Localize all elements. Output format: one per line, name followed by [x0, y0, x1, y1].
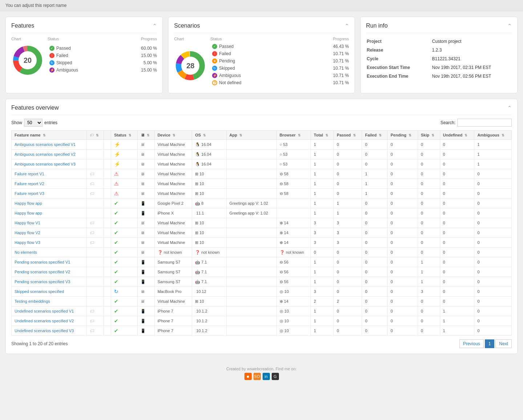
col-tag2[interactable]	[104, 131, 111, 140]
feature-link[interactable]: Happy flow app	[15, 201, 42, 205]
feature-link[interactable]: Undefined scenarios specified V3	[15, 329, 74, 333]
cell-feature-name[interactable]: Ambiguous scenarios specified V1	[12, 140, 87, 150]
feature-link[interactable]: No elements	[15, 250, 37, 254]
feature-link[interactable]: Failure report V3	[15, 191, 44, 196]
rss-icon[interactable]: ■	[244, 373, 252, 380]
cell-failed: 1	[362, 189, 388, 199]
col-device-type[interactable]: 🖥 ⇅	[137, 131, 154, 140]
feature-link[interactable]: Failure report V2	[15, 182, 44, 186]
cell-skip: 0	[418, 189, 440, 199]
cell-feature-name[interactable]: Happy flow V3	[12, 238, 87, 248]
cell-feature-name[interactable]: Undefined scenarios specified V1	[12, 306, 87, 316]
cell-failed: 0	[362, 150, 388, 159]
col-ambiguous[interactable]: Ambiguous ⇅	[474, 131, 512, 140]
runinfo-card: Run info ⌃ Project Custom project Releas…	[360, 17, 518, 93]
cell-feature-name[interactable]: Ambiguous scenarios specified V2	[12, 150, 87, 159]
cell-undefined: 1	[440, 316, 474, 326]
cell-feature-name[interactable]: Happy flow V1	[12, 218, 87, 228]
cell-feature-name[interactable]: Happy flow app	[12, 199, 87, 208]
col-skip[interactable]: Skip ⇅	[418, 131, 440, 140]
cell-feature-name[interactable]: Testing embeddings	[12, 297, 87, 306]
table-body: Ambiguous scenarios specified V1 ⚡ 🖥 Vir…	[12, 140, 512, 336]
feature-link[interactable]: Pending scenarios specified V1	[15, 260, 70, 264]
feature-link[interactable]: Pending scenarios specified V2	[15, 270, 70, 274]
cell-skip: 0	[418, 179, 440, 189]
cell-device-type: 🖥	[137, 189, 154, 199]
feature-link[interactable]: Skipped scenarios specified	[15, 289, 64, 294]
runinfo-collapse-icon[interactable]: ⌃	[507, 23, 512, 29]
scenarios-collapse-icon[interactable]: ⌃	[345, 23, 349, 29]
table-head: Feature name ⇅ 🏷 ⇅ Status ⇅ 🖥 ⇅ Device ⇅…	[12, 131, 512, 140]
col-undefined[interactable]: Undefined ⇅	[440, 131, 474, 140]
cell-os: ⊞10	[192, 228, 226, 238]
feature-link[interactable]: Happy flow V3	[15, 240, 40, 245]
cell-skip: 1	[418, 277, 440, 287]
github-icon[interactable]: G	[272, 373, 279, 380]
cell-feature-name[interactable]: Pending scenarios specified V2	[12, 267, 87, 277]
cell-feature-name[interactable]: Failure report V2	[12, 179, 87, 189]
cell-device-type: 📱	[137, 257, 154, 267]
feature-link[interactable]: Testing embeddings	[15, 299, 50, 303]
feature-link[interactable]: Undefined scenarios specified V1	[15, 309, 74, 313]
col-feature-name[interactable]: Feature name ⇅	[12, 131, 87, 140]
cell-feature-name[interactable]: Pending scenarios specified V1	[12, 257, 87, 267]
cell-feature-name[interactable]: Skipped scenarios specified	[12, 287, 87, 297]
cell-feature-name[interactable]: Happy flow V2	[12, 228, 87, 238]
cell-device: Virtual Machine	[154, 189, 192, 199]
passed-dot: ✓	[49, 46, 54, 51]
cell-feature-name[interactable]: Undefined scenarios specified V2	[12, 316, 87, 326]
prev-button[interactable]: Previous	[459, 339, 484, 348]
feature-link[interactable]: Happy flow V1	[15, 221, 40, 225]
cell-app	[226, 238, 276, 248]
cell-feature-name[interactable]: No elements	[12, 248, 87, 257]
cell-feature-name[interactable]: Failure report V3	[12, 189, 87, 199]
col-status[interactable]: Status ⇅	[111, 131, 137, 140]
feature-link[interactable]: Ambiguous scenarios specified V2	[15, 152, 76, 156]
table-footer: Showing 1 to 20 of 20 entries Previous 1…	[11, 339, 512, 348]
cell-feature-name[interactable]: Ambiguous scenarios specified V3	[12, 159, 87, 169]
cell-total: 1	[311, 140, 334, 150]
cell-passed: 0	[334, 159, 362, 169]
cell-status: ✔	[111, 248, 137, 257]
features-overview-header: Features overview ⌃	[11, 105, 512, 115]
cell-total: 1	[311, 189, 334, 199]
entries-select[interactable]: 10 25 50 100	[24, 119, 42, 127]
cell-os: ⊞10	[192, 169, 226, 179]
col-os[interactable]: OS ⇅	[192, 131, 226, 140]
stackoverflow-icon[interactable]: SO	[254, 373, 261, 380]
cell-browser: ◎10	[276, 316, 311, 326]
cell-os: 10.12	[192, 287, 226, 297]
cell-feature-name[interactable]: Failure report V1	[12, 169, 87, 179]
col-total[interactable]: Total ⇅	[311, 131, 334, 140]
col-tag[interactable]: 🏷 ⇅	[87, 131, 104, 140]
cell-feature-name[interactable]: Undefined scenarios specified V3	[12, 326, 87, 336]
feature-link[interactable]: Happy flow app	[15, 211, 42, 215]
cell-undefined: 0	[440, 189, 474, 199]
page-1-button[interactable]: 1	[485, 339, 495, 348]
overview-collapse-icon[interactable]: ⌃	[507, 105, 512, 111]
col-pending[interactable]: Pending ⇅	[388, 131, 418, 140]
feature-link[interactable]: Happy flow V2	[15, 231, 40, 235]
cell-passed: 3	[334, 228, 362, 238]
col-failed[interactable]: Failed ⇅	[362, 131, 388, 140]
feature-link[interactable]: Pending scenarios specified V3	[15, 280, 70, 284]
cell-passed: 0	[334, 179, 362, 189]
linkedin-icon[interactable]: in	[263, 373, 270, 380]
col-browser[interactable]: Browser ⇅	[276, 131, 311, 140]
cell-failed: 0	[362, 297, 388, 306]
feature-link[interactable]: Ambiguous scenarios specified V3	[15, 162, 76, 166]
next-button[interactable]: Next	[495, 339, 512, 348]
feature-link[interactable]: Failure report V1	[15, 172, 44, 176]
feature-link[interactable]: Undefined scenarios specified V2	[15, 319, 74, 323]
cell-failed: 0	[362, 267, 388, 277]
col-device[interactable]: Device ⇅	[154, 131, 192, 140]
search-input[interactable]	[457, 119, 512, 127]
features-collapse-icon[interactable]: ⌃	[153, 23, 157, 29]
col-passed[interactable]: Passed ⇅	[334, 131, 362, 140]
cell-os: ⊞10	[192, 189, 226, 199]
feature-link[interactable]: Ambiguous scenarios specified V1	[15, 142, 76, 147]
cell-app	[226, 257, 276, 267]
cell-feature-name[interactable]: Pending scenarios specified V3	[12, 277, 87, 287]
col-app[interactable]: App ⇅	[226, 131, 276, 140]
cell-feature-name[interactable]: Happy flow app	[12, 208, 87, 218]
